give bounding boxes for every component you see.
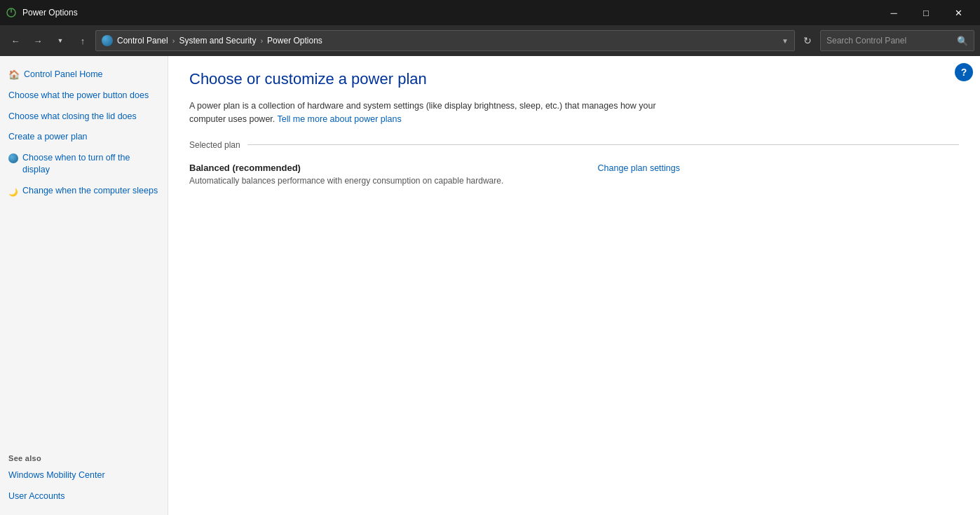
titlebar: Power Options ─ □ ✕ xyxy=(0,0,980,25)
sidebar-item-create-plan[interactable]: Create a power plan xyxy=(0,127,168,148)
refresh-button[interactable]: ↻ xyxy=(798,31,817,50)
selected-plan-header: Selected plan xyxy=(189,140,959,150)
page-title: Choose or customize a power plan xyxy=(189,70,959,88)
search-icon: 🔍 xyxy=(957,36,968,46)
content-area: ? Choose or customize a power plan A pow… xyxy=(168,56,980,515)
search-bar[interactable]: 🔍 xyxy=(820,30,974,51)
globe-icon xyxy=(8,153,18,163)
plan-name: Balanced (recommended) xyxy=(189,163,503,173)
learn-more-link[interactable]: Tell me more about power plans xyxy=(278,114,402,124)
close-button[interactable]: ✕ xyxy=(942,0,974,25)
minimize-button[interactable]: ─ xyxy=(878,0,910,25)
address-globe-icon xyxy=(102,35,113,46)
change-plan-settings-link[interactable]: Change plan settings xyxy=(598,163,680,173)
sidebar-item-mobility-center[interactable]: Windows Mobility Center xyxy=(0,465,168,486)
breadcrumb-system-security: System and Security xyxy=(179,36,256,46)
navigation-bar: ← → ▼ ↑ Control Panel › System and Secur… xyxy=(0,25,980,56)
home-icon: 🏠 xyxy=(8,69,20,81)
separator-1: › xyxy=(172,36,175,45)
sidebar-item-lid[interactable]: Choose what closing the lid does xyxy=(0,107,168,128)
main-layout: 🏠 Control Panel Home Choose what the pow… xyxy=(0,56,980,515)
app-icon xyxy=(6,7,17,18)
page-description: A power plan is a collection of hardware… xyxy=(189,99,680,126)
recent-locations-button[interactable]: ▼ xyxy=(50,31,70,50)
plan-description: Automatically balances performance with … xyxy=(189,176,503,186)
sidebar-item-turn-off-display[interactable]: Choose when to turn off the display xyxy=(0,148,168,181)
back-button[interactable]: ← xyxy=(6,31,25,50)
breadcrumb-control-panel: Control Panel xyxy=(117,36,168,46)
sidebar-item-sleep[interactable]: Change when the computer sleeps xyxy=(0,181,168,202)
search-input[interactable] xyxy=(826,36,953,46)
see-also-title: See also xyxy=(0,443,168,465)
sidebar-item-user-accounts[interactable]: User Accounts xyxy=(0,486,168,507)
address-bar[interactable]: Control Panel › System and Security › Po… xyxy=(95,30,795,51)
help-button[interactable]: ? xyxy=(955,63,973,81)
breadcrumb-power-options: Power Options xyxy=(267,36,322,46)
sidebar-item-control-panel-home[interactable]: 🏠 Control Panel Home xyxy=(0,64,168,85)
plan-row: Balanced (recommended) Automatically bal… xyxy=(189,158,680,190)
sidebar: 🏠 Control Panel Home Choose what the pow… xyxy=(0,56,168,515)
plan-info: Balanced (recommended) Automatically bal… xyxy=(189,163,503,186)
separator-2: › xyxy=(260,36,263,45)
moon-icon xyxy=(8,186,18,196)
selected-plan-divider xyxy=(247,144,959,145)
maximize-button[interactable]: □ xyxy=(910,0,942,25)
selected-plan-label: Selected plan xyxy=(189,140,240,150)
window-title: Power Options xyxy=(22,8,872,18)
plan-action: Change plan settings xyxy=(598,163,680,173)
sidebar-item-power-button[interactable]: Choose what the power button does xyxy=(0,85,168,107)
address-chevron-icon: ▼ xyxy=(782,37,789,45)
window-controls: ─ □ ✕ xyxy=(878,0,974,25)
forward-button[interactable]: → xyxy=(28,31,48,50)
up-button[interactable]: ↑ xyxy=(73,31,93,50)
search-submit-button[interactable]: 🔍 xyxy=(957,36,968,46)
